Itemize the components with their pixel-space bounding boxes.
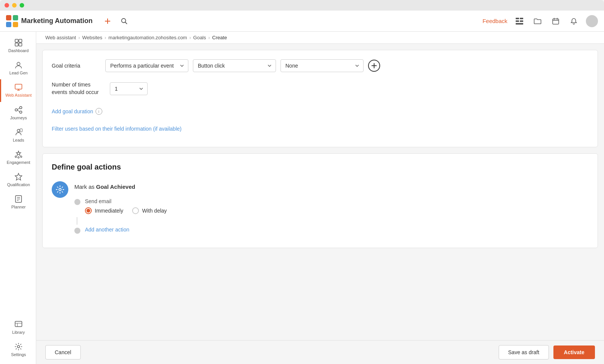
search-button[interactable] [118,15,130,27]
app-title: Marketing Automation [21,17,92,25]
folder-icon[interactable] [532,15,544,27]
sidebar-item-planner[interactable]: Planner [0,191,36,213]
sidebar-label-leadgen: Lead Gen [9,71,28,76]
goal-criteria-dropdown2[interactable]: Button click Link click Form submit [193,59,276,72]
svg-line-28 [17,108,20,110]
save-as-draft-button[interactable]: Save as draft [499,345,549,359]
sidebar-label-settings: Settings [11,352,26,357]
activate-button[interactable]: Activate [553,345,595,359]
user-avatar[interactable] [586,15,598,27]
immediately-label: Immediately [95,208,123,214]
list-icon[interactable] [513,15,525,27]
breadcrumb-domain[interactable]: marketingautomation.zohosites.com [108,35,187,40]
sidebar-item-webassistant[interactable]: Web Assistant [0,79,36,102]
sidebar-item-leadgen[interactable]: Lead Gen [0,57,36,79]
filter-users-link[interactable]: Filter users based on their field inform… [52,126,182,132]
svg-point-21 [17,62,20,65]
breadcrumb-create: Create [212,35,227,40]
calendar-icon[interactable] [550,15,562,27]
svg-rect-22 [15,84,22,89]
info-icon[interactable]: i [96,108,102,115]
breadcrumb: Web assistant › Websites › marketingauto… [36,32,604,44]
immediately-radio[interactable] [85,207,92,214]
sidebar-label-engagement: Engagement [7,160,30,165]
sidebar-label-qualification: Qualification [7,182,30,187]
svg-rect-0 [6,15,11,20]
sidebar-label-planner: Planner [11,205,26,210]
sidebar-item-dashboard[interactable]: Dashboard [0,35,36,57]
with-delay-radio[interactable] [132,207,139,214]
add-action-row: Add another action [74,226,589,239]
add-action-dot [74,228,80,234]
add-goal-duration-link[interactable]: Add goal duration i [52,108,102,115]
svg-rect-2 [6,22,11,27]
breadcrumb-goals[interactable]: Goals [193,35,206,40]
svg-point-43 [17,345,20,348]
journeys-icon [14,106,23,114]
svg-point-34 [18,157,19,158]
add-another-action-link[interactable]: Add another action [85,227,129,233]
library-icon [14,320,23,329]
breadcrumb-websites[interactable]: Websites [82,35,102,40]
sidebar-item-leads[interactable]: Leads [0,124,36,147]
section-title: Define goal actions [52,163,589,171]
sidebar-label-leads: Leads [13,138,24,143]
engagement-icon [14,150,23,159]
with-delay-option[interactable]: With delay [132,207,166,214]
sidebar-item-settings[interactable]: Settings [0,339,36,361]
settings-icon [14,342,23,351]
maximize-button[interactable] [20,3,24,8]
goal-criteria-label: Goal criteria [52,63,101,69]
bell-icon[interactable] [568,15,580,27]
minimize-button[interactable] [12,3,17,8]
svg-rect-1 [13,15,18,20]
svg-rect-13 [553,19,559,24]
send-email-dot [74,199,80,205]
goal-criteria-dropdown3[interactable]: None Option 1 Option 2 [280,59,364,72]
sidebar-label-webassistant: Web Assistant [5,93,32,98]
footer: Cancel Save as draft Activate [36,340,604,364]
svg-rect-18 [19,39,22,42]
close-button[interactable] [5,3,9,8]
svg-rect-12 [516,23,523,25]
sidebar-item-engagement[interactable]: Engagement [0,147,36,169]
svg-point-27 [20,111,22,113]
goal-criteria-dropdown1[interactable]: Performs a particular event Visits a pag… [105,59,188,72]
svg-line-7 [125,22,127,24]
add-button[interactable] [102,15,114,27]
svg-rect-10 [520,18,523,19]
planner-icon [14,195,23,203]
svg-rect-17 [15,39,18,42]
qualification-icon [14,173,23,181]
svg-rect-31 [20,129,22,132]
sidebar-label-journeys: Journeys [10,116,27,120]
sidebar-item-journeys[interactable]: Journeys [0,102,36,124]
app-logo: Marketing Automation [6,15,92,27]
sidebar-label-dashboard: Dashboard [8,48,29,53]
svg-rect-8 [516,18,519,19]
cancel-button[interactable]: Cancel [45,345,81,359]
svg-rect-19 [15,43,18,46]
leads-icon [14,128,23,136]
feedback-link[interactable]: Feedback [482,18,507,24]
sidebar: Dashboard Lead Gen Web Assistant [0,32,36,364]
define-goal-actions-card: Define goal actions Mark as Goal Achieve… [42,153,598,248]
number-times-dropdown[interactable]: 1 2 3 4 5 [110,82,148,95]
sidebar-item-library[interactable]: Library [0,316,36,339]
breadcrumb-web-assistant[interactable]: Web assistant [45,35,76,40]
goal-achieved-icon [52,181,68,198]
svg-rect-11 [520,20,523,22]
immediately-option[interactable]: Immediately [85,207,123,214]
dashboard-icon [14,39,23,47]
svg-point-25 [15,109,17,111]
svg-rect-9 [516,20,519,22]
svg-line-29 [17,110,20,112]
add-criteria-button[interactable] [368,60,380,72]
svg-point-33 [20,156,22,157]
svg-marker-35 [15,173,22,180]
sidebar-item-qualification[interactable]: Qualification [0,169,36,191]
svg-point-30 [17,129,20,132]
svg-point-46 [59,188,61,191]
goal-criteria-card: Goal criteria Performs a particular even… [42,50,598,147]
leadgen-icon [14,61,23,69]
